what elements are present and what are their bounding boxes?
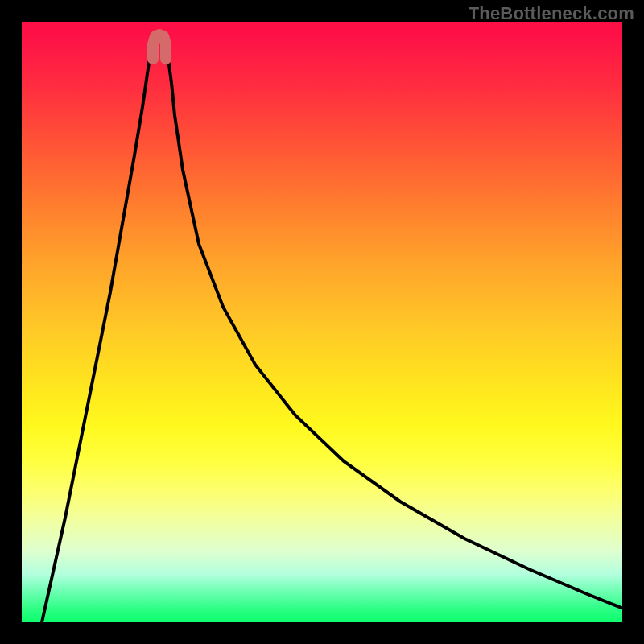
plot-area (22, 22, 622, 622)
gradient-background (22, 22, 622, 622)
chart-frame: TheBottleneck.com (0, 0, 644, 644)
watermark-text: TheBottleneck.com (469, 3, 634, 24)
